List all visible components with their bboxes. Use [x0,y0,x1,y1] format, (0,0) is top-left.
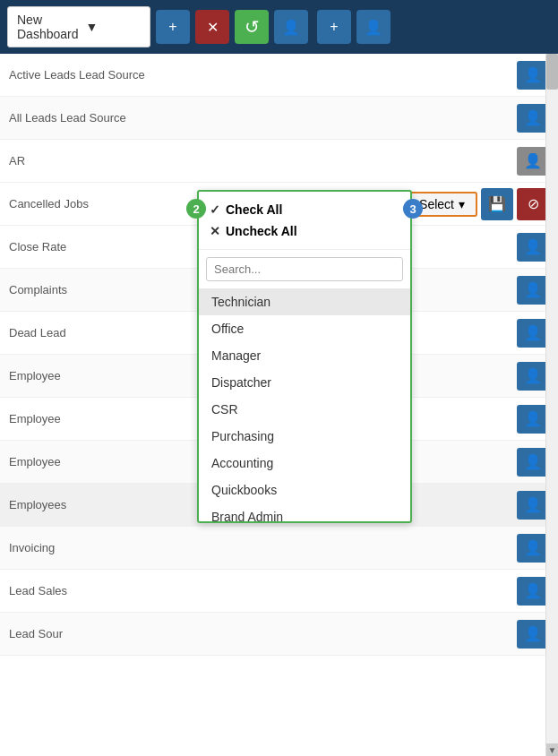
scrollbar[interactable]: ▼ [545,54,558,756]
save-icon: 💾 [488,195,506,212]
row-label: Active Leads Lead Source [9,68,513,82]
check-all-button[interactable]: ✓ Check All [210,199,399,220]
header: New Dashboard ▼ + ✕ ↺ 👤 + 👤 [0,0,558,54]
row-user-button[interactable]: 👤 [517,620,549,649]
x-icon: ✕ [210,224,220,238]
badge-label: 2 [193,202,199,216]
table-row: Active Leads Lead Source 👤 [0,54,558,97]
table-row: Lead Sour 👤 [0,613,558,656]
scroll-down-arrow[interactable]: ▼ [546,743,558,756]
row-label: Invoicing [9,541,513,554]
list-item[interactable]: CSR [199,396,410,423]
save-button[interactable]: 💾 [481,188,513,220]
user-icon: 👤 [524,152,542,169]
table-row: AR 👤 [0,140,558,183]
close-tab-button[interactable]: ✕ [195,10,229,44]
ban-icon: ⊘ [528,195,539,212]
add-button[interactable]: + [317,10,351,44]
user-icon: 👤 [524,238,542,255]
row-user-button[interactable]: 👤 [517,233,549,262]
row-user-button[interactable]: 👤 [517,319,549,348]
row-user-button[interactable]: 👤 [517,147,549,176]
row-user-button[interactable]: 👤 [517,362,549,391]
user-icon: 👤 [524,324,542,341]
row-user-button[interactable]: 👤 [517,491,549,520]
dropdown-arrow-icon: ▼ [86,20,142,34]
list-item[interactable]: Accounting [199,450,410,477]
badge-2: 2 [186,199,206,219]
user-icon: 👤 [524,539,542,556]
dashboard-dropdown[interactable]: New Dashboard ▼ [7,6,150,47]
row-user-button[interactable]: 👤 [517,577,549,606]
row-user-button[interactable]: 👤 [517,448,549,477]
list-item[interactable]: Manager [199,342,410,369]
user-icon: 👤 [524,367,542,384]
user-icon: 👤 [524,453,542,470]
select-arrow-icon: ▾ [459,197,465,211]
row-user-button[interactable]: 👤 [517,405,549,434]
list-item[interactable]: Office [199,315,410,342]
user-icon: 👤 [524,496,542,513]
list-item[interactable]: Purchasing [199,423,410,450]
row-user-button[interactable]: 👤 [517,104,549,133]
search-input[interactable] [206,257,403,281]
select-label: Select [419,197,454,211]
list-item[interactable]: Dispatcher [199,369,410,396]
row-user-button[interactable]: 👤 [517,61,549,90]
check-all-label: Check All [226,202,282,217]
table-row: All Leads Lead Source 👤 [0,97,558,140]
list-item[interactable]: Quickbooks [199,477,410,503]
row-label: Lead Sour [9,627,513,640]
table-row: Invoicing 👤 [0,527,558,570]
user-icon: 👤 [524,109,542,126]
user-icon: 👤 [524,625,542,642]
user-tab-button[interactable]: 👤 [274,10,308,44]
dashboard-title: New Dashboard [17,13,79,41]
user-button[interactable]: 👤 [356,10,391,44]
main-content: Active Leads Lead Source 👤 All Leads Lea… [0,54,558,756]
row-user-button[interactable]: 👤 [517,534,549,563]
dropdown-panel: 2 3 ✓ Check All ✕ Uncheck All Technician… [197,190,412,523]
row-label: AR [9,154,513,168]
row-label: All Leads Lead Source [9,111,513,125]
row-user-button[interactable]: 👤 [517,276,549,305]
dropdown-header: ✓ Check All ✕ Uncheck All [199,192,410,250]
list-item[interactable]: Technician [199,288,410,315]
scrollbar-thumb[interactable] [546,54,558,90]
check-icon: ✓ [210,202,220,217]
list-item[interactable]: Brand Admin [199,503,410,521]
user-icon: 👤 [524,281,542,298]
dropdown-list: Technician Office Manager Dispatcher CSR… [199,288,410,521]
table-row: Lead Sales 👤 [0,570,558,613]
refresh-button[interactable]: ↺ [235,10,269,44]
row-label: Lead Sales [9,584,513,597]
user-icon: 👤 [524,66,542,83]
cancel-button[interactable]: ⊘ [517,188,549,220]
uncheck-all-label: Uncheck All [226,224,297,238]
add-tab-button[interactable]: + [156,10,190,44]
badge-label: 3 [409,202,416,216]
badge-3: 3 [403,199,423,219]
user-icon: 👤 [524,410,542,427]
uncheck-all-button[interactable]: ✕ Uncheck All [210,220,399,242]
user-icon: 👤 [524,582,542,599]
